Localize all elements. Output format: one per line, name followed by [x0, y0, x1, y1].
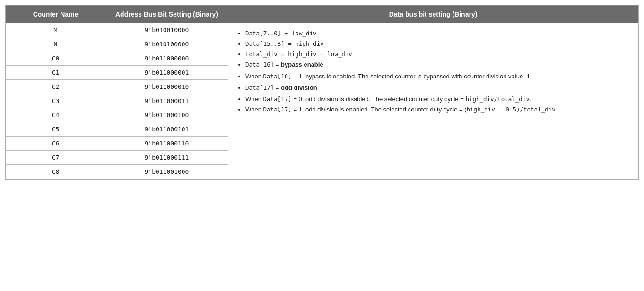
data-bullet-3: total_div = high_div + low_div	[245, 50, 629, 59]
counter-name-n: N	[6, 37, 105, 51]
data-bullet-odd: Data[17] = odd division	[245, 83, 629, 93]
counter-name-c4: C4	[6, 108, 105, 122]
counter-name-c2: C2	[6, 80, 105, 94]
header-data-bus: Data bus bit setting (Binary)	[228, 6, 638, 23]
counter-name-c1: C1	[6, 66, 105, 80]
addr-c5: 9'b011000101	[105, 122, 228, 137]
counter-name-c5: C5	[6, 122, 105, 137]
data-bullet-2: Data[15..8] = high_div	[245, 39, 629, 49]
addr-c0: 9'b011000000	[105, 51, 228, 66]
addr-c1: 9'b011000001	[105, 66, 228, 80]
addr-c4: 9'b011000100	[105, 108, 228, 122]
addr-c6: 9'b011000110	[105, 137, 228, 151]
addr-m: 9'b010010000	[105, 23, 228, 37]
counter-name-c3: C3	[6, 94, 105, 108]
header-address-bus: Address Bus Bit Setting (Binary)	[105, 6, 228, 23]
table-row: M 9'b010010000 Data[7..0] = low_div Data…	[6, 23, 638, 37]
bypass-enable-desc: When Data[16] = 1, bypass is enabled. Th…	[245, 72, 629, 81]
addr-n: 9'b010100000	[105, 37, 228, 51]
addr-c2: 9'b011000010	[105, 80, 228, 94]
data-bullet-4: Data[16] = bypass enable	[245, 60, 629, 69]
counter-name-c6: C6	[6, 137, 105, 151]
header-counter-name: Counter Name	[6, 6, 105, 23]
addr-c3: 9'b011000011	[105, 94, 228, 108]
odd-div-1-desc: When Data[17] = 1, odd division is enabl…	[245, 105, 629, 114]
counter-name-c7: C7	[6, 151, 105, 165]
data-bullet-1: Data[7..0] = low_div	[245, 29, 629, 38]
addr-c8: 9'b011001000	[105, 165, 228, 179]
data-bus-description: Data[7..0] = low_div Data[15..8] = high_…	[228, 23, 638, 179]
counter-name-c8: C8	[6, 165, 105, 179]
odd-div-0-desc: When Data[17] = 0, odd division is disab…	[245, 94, 629, 104]
counter-name-m: M	[6, 23, 105, 37]
main-table: Counter Name Address Bus Bit Setting (Bi…	[6, 5, 638, 179]
counter-name-c0: C0	[6, 51, 105, 66]
addr-c7: 9'b011000111	[105, 151, 228, 165]
